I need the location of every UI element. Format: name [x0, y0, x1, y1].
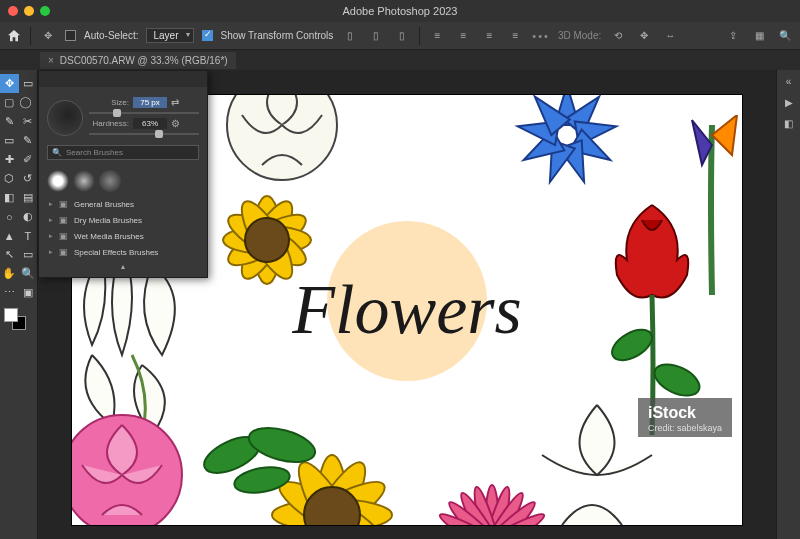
svg-point-7: [245, 218, 289, 262]
slide-icon[interactable]: ↔: [661, 27, 679, 45]
close-tab-icon[interactable]: ×: [48, 55, 54, 66]
brush-search-input[interactable]: 🔍 Search Brushes: [47, 145, 199, 160]
hardness-label: Hardness:: [89, 119, 129, 128]
color-swatches[interactable]: [4, 308, 26, 330]
path-tool[interactable]: ↖: [0, 245, 19, 264]
brush-folder-label: Wet Media Brushes: [74, 232, 144, 241]
svg-point-27: [245, 421, 318, 468]
workspace-icon[interactable]: ▦: [750, 27, 768, 45]
distribute-top-icon[interactable]: ≡: [428, 27, 446, 45]
crop-tool[interactable]: ✂: [19, 112, 38, 131]
brush-folder[interactable]: ▸▣Special Effects Brushes: [47, 244, 199, 260]
folder-icon: ▣: [59, 247, 68, 257]
size-label: Size:: [89, 98, 129, 107]
brush-preset[interactable]: [47, 170, 69, 192]
watermark-credit: Credit: sabelskaya: [648, 423, 722, 433]
eyedropper-tool[interactable]: ✎: [19, 131, 38, 150]
size-value[interactable]: 75 px: [133, 97, 167, 108]
auto-select-dropdown[interactable]: Layer: [146, 28, 193, 43]
artwork-leaves-bottom: [192, 405, 332, 505]
brush-preset[interactable]: [73, 170, 95, 192]
align-left-icon[interactable]: ▯: [341, 27, 359, 45]
right-panel-strip: « ▶ ◧: [776, 70, 800, 539]
pan-icon[interactable]: ✥: [635, 27, 653, 45]
history-brush-tool[interactable]: ↺: [19, 169, 38, 188]
distribute-vcenter-icon[interactable]: ≡: [454, 27, 472, 45]
folder-icon: ▣: [59, 199, 68, 209]
brush-settings-icon[interactable]: ⚙: [171, 118, 180, 129]
brush-folder[interactable]: ▸▣Dry Media Brushes: [47, 212, 199, 228]
show-transform-checkbox[interactable]: [202, 30, 213, 41]
threeD-label: 3D Mode:: [558, 30, 601, 41]
hand-tool[interactable]: ✋: [0, 264, 19, 283]
brush-folder[interactable]: ▸▣Wet Media Brushes: [47, 228, 199, 244]
panel-resize-handle[interactable]: ▴: [47, 260, 199, 271]
shape-tool[interactable]: ▭: [19, 245, 38, 264]
frame-tool[interactable]: ▭: [0, 131, 19, 150]
brush-search-placeholder: Search Brushes: [66, 148, 123, 157]
hardness-value[interactable]: 63%: [133, 118, 167, 129]
healing-tool[interactable]: ✚: [0, 150, 19, 169]
artboard-tool[interactable]: ▭: [19, 74, 38, 93]
divider: [30, 27, 31, 45]
brush-folder[interactable]: ▸▣General Brushes: [47, 196, 199, 212]
zoom-tool[interactable]: 🔍: [19, 264, 38, 283]
type-tool[interactable]: T: [19, 226, 38, 245]
home-icon[interactable]: [6, 28, 22, 44]
distribute-left-icon[interactable]: ≡: [506, 27, 524, 45]
move-tool-preset-icon[interactable]: ✥: [39, 27, 57, 45]
flip-brush-icon[interactable]: ⇄: [171, 97, 179, 108]
hardness-slider[interactable]: [89, 129, 199, 139]
auto-select-checkbox[interactable]: [65, 30, 76, 41]
titlebar: Adobe Photoshop 2023: [0, 0, 800, 22]
size-slider[interactable]: [89, 108, 199, 118]
chevron-right-icon: ▸: [49, 200, 53, 208]
marquee-tool[interactable]: ▢: [0, 93, 19, 112]
properties-panel-icon[interactable]: ▶: [785, 97, 793, 108]
artwork-headline: Flowers: [292, 270, 521, 350]
stock-watermark: iStock Credit: sabelskaya: [638, 398, 732, 437]
lasso-tool[interactable]: ⃝: [19, 93, 38, 112]
brush-preset[interactable]: [99, 170, 121, 192]
chevron-right-icon: ▸: [49, 216, 53, 224]
brush-tip-preview[interactable]: [47, 100, 83, 136]
svg-point-8: [607, 323, 657, 366]
document-tab-label: DSC00570.ARW @ 33.3% (RGB/16*): [60, 55, 228, 66]
search-icon[interactable]: 🔍: [776, 27, 794, 45]
brush-preset-panel: Size: 75 px ⇄ Hardness: 63% ⚙: [38, 70, 208, 278]
expand-panels-icon[interactable]: «: [786, 76, 792, 87]
watermark-brand: iStock: [648, 404, 722, 422]
svg-point-28: [232, 463, 291, 496]
eraser-tool[interactable]: ◧: [0, 188, 19, 207]
stamp-tool[interactable]: ⬡: [0, 169, 19, 188]
app-window: Adobe Photoshop 2023 ✥ Auto-Select: Laye…: [0, 0, 800, 539]
workspace: ✥▭ ▢⃝ ✎✂ ▭✎ ✚✐ ⬡↺ ◧▤ ○◐ ▲T ↖▭ ✋🔍 ⋯▣: [0, 70, 800, 539]
foreground-swatch[interactable]: [4, 308, 18, 322]
brush-tool[interactable]: ✐: [19, 150, 38, 169]
align-right-icon[interactable]: ▯: [393, 27, 411, 45]
panel-header[interactable]: [39, 71, 207, 87]
edit-toolbar[interactable]: ⋯: [0, 283, 19, 302]
brush-folder-label: Special Effects Brushes: [74, 248, 158, 257]
move-tool[interactable]: ✥: [0, 74, 19, 93]
document-tab[interactable]: × DSC00570.ARW @ 33.3% (RGB/16*): [40, 52, 236, 69]
auto-select-label: Auto-Select:: [84, 30, 138, 41]
blur-tool[interactable]: ○: [0, 207, 19, 226]
distribute-bottom-icon[interactable]: ≡: [480, 27, 498, 45]
artwork-cornflower-top: [492, 95, 642, 195]
more-align-icon[interactable]: •••: [532, 30, 550, 42]
quick-select-tool[interactable]: ✎: [0, 112, 19, 131]
align-center-icon[interactable]: ▯: [367, 27, 385, 45]
document-tabbar: × DSC00570.ARW @ 33.3% (RGB/16*): [0, 50, 800, 70]
dodge-tool[interactable]: ◐: [19, 207, 38, 226]
share-icon[interactable]: ⇪: [724, 27, 742, 45]
gradient-tool[interactable]: ▤: [19, 188, 38, 207]
screen-mode[interactable]: ▣: [19, 283, 38, 302]
adjustments-panel-icon[interactable]: ◧: [784, 118, 793, 129]
options-bar: ✥ Auto-Select: Layer Show Transform Cont…: [0, 22, 800, 50]
folder-icon: ▣: [59, 215, 68, 225]
orbit-icon[interactable]: ⟲: [609, 27, 627, 45]
chevron-right-icon: ▸: [49, 248, 53, 256]
pen-tool[interactable]: ▲: [0, 226, 19, 245]
app-title: Adobe Photoshop 2023: [0, 5, 800, 17]
